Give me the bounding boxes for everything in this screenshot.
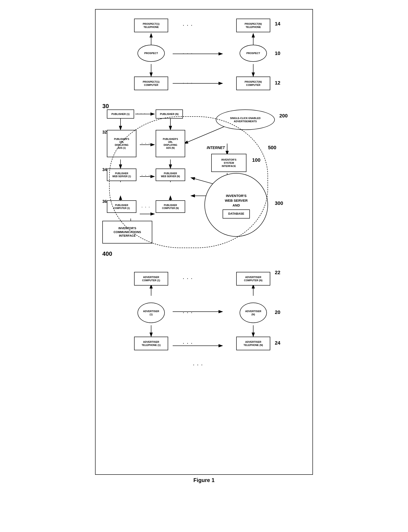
advertiser-telephone1-box: ADVERTISERTELEPHONE (1)	[134, 337, 168, 350]
ref-20: 20	[275, 309, 280, 315]
dots-advertiser-computers: . . .	[183, 275, 193, 280]
ref-34: 34	[102, 168, 107, 172]
ref-24: 24	[275, 340, 280, 346]
dots-advertiser-telephones: . . .	[183, 340, 193, 345]
advertiser-computer1-box: ADVERTISERCOMPUTER (1)	[134, 272, 168, 285]
ref-22: 22	[275, 270, 280, 275]
page: PROSPECT(1)TELEPHONE PROSPECT(N)TELEPHON…	[91, 9, 317, 509]
ref-12: 12	[275, 80, 280, 86]
prospect1-telephone-box: PROSPECT(1)TELEPHONE	[134, 19, 168, 32]
publisher1-box: PUBLISHER (1)	[107, 109, 134, 119]
ref-10: 10	[275, 50, 280, 56]
advertisern-oval: ADVERTISER(N)	[240, 302, 267, 323]
ref-500: 500	[268, 145, 276, 151]
dots-prospect-oval: . . .	[183, 50, 193, 55]
ref-300: 300	[275, 200, 283, 206]
dots-prospect-computer: . . .	[183, 80, 193, 85]
dots-publishers: . . .	[137, 111, 146, 115]
dots-prospect-telephone: . . .	[183, 22, 193, 27]
dots-advertisers: . . .	[183, 309, 193, 314]
advertiser1-oval: ADVERTISER(1)	[137, 302, 165, 323]
prospect1-oval: PROSPECT	[137, 45, 165, 62]
ref-200: 200	[279, 113, 288, 119]
prospect1-computer-box: PROSPECT(1)COMPUTER	[134, 77, 168, 90]
ref-32: 32	[102, 130, 107, 135]
ref-36: 36	[102, 199, 107, 204]
ref-14: 14	[275, 21, 280, 27]
prospectn-computer-box: PROSPECT(N)COMPUTER	[236, 77, 270, 90]
ref-400: 400	[102, 250, 112, 257]
dots-bottom: . . .	[193, 362, 203, 366]
diagram-container: PROSPECT(1)TELEPHONE PROSPECT(N)TELEPHON…	[95, 9, 313, 475]
advertiser-telephonen-box: ADVERTISERTELEPHONE (N)	[236, 337, 270, 350]
figure-label: Figure 1	[91, 477, 317, 483]
prospectn-telephone-box: PROSPECT(N)TELEPHONE	[236, 19, 270, 32]
ref-30: 30	[102, 103, 109, 110]
dashed-region	[109, 116, 268, 248]
advertiser-computern-box: ADVERTISERCOMPUTER (N)	[236, 272, 270, 285]
prospectn-oval: PROSPECT	[240, 45, 267, 62]
